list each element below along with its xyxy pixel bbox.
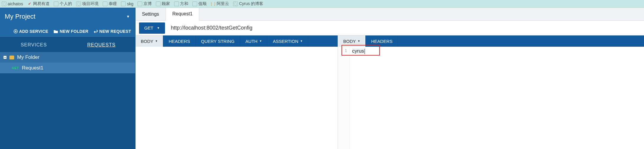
response-pane-tabs: BODY▼HEADERS <box>338 35 644 47</box>
pane-tab[interactable]: HEADERS <box>163 35 196 47</box>
pane-tab[interactable]: AUTH▼ <box>240 35 268 47</box>
bookmark-label: 个人的 <box>60 1 72 7</box>
bookmark-label: 方和 <box>180 1 188 7</box>
bookmark-icon <box>103 1 107 6</box>
chevron-down-icon: ▼ <box>358 40 360 43</box>
pane-tab-label: HEADERS <box>169 39 190 44</box>
bookmark-label: skg <box>127 1 133 6</box>
pane-tab-label: BODY <box>343 39 356 44</box>
bookmark-label: 阿里云 <box>217 1 229 7</box>
code-area: cyrus <box>350 47 644 149</box>
chevron-down-icon: ▼ <box>155 40 158 43</box>
bookmark-icon: ❲❳ <box>211 1 215 6</box>
new-request-button[interactable]: NEW REQUEST <box>94 29 131 34</box>
add-service-button[interactable]: ADD SERVICE <box>14 29 48 34</box>
sidebar-tabs: SERVICES REQUESTS <box>0 37 135 52</box>
pane-tab-label: AUTH <box>246 39 258 44</box>
tab-services[interactable]: SERVICES <box>0 38 68 52</box>
pane-tab[interactable]: QUERY STRING <box>196 35 240 47</box>
tree-folder[interactable]: − My Folder <box>0 52 135 63</box>
bookmark-item[interactable]: 京博 <box>138 1 152 7</box>
main-tab[interactable]: Settings <box>135 8 166 20</box>
line-gutter: 1 <box>338 47 350 149</box>
bookmark-item[interactable]: ❲❳阿里云 <box>211 1 229 7</box>
bookmark-icon: ◌ <box>76 1 81 6</box>
bookmark-icon: ◌ <box>233 1 238 6</box>
line-number: 1 <box>338 48 347 53</box>
url-input[interactable]: http://localhost:8002/testGetConfig <box>171 25 640 31</box>
bookmark-icon <box>174 1 179 6</box>
chevron-down-icon: ▼ <box>259 40 262 43</box>
bookmark-item[interactable]: 值顺 <box>192 1 207 7</box>
pane-tab-label: ASSERTION <box>273 39 298 44</box>
bookmark-item[interactable]: ◌项目环境 <box>76 1 99 7</box>
bookmark-item[interactable]: 顾家 <box>156 1 170 7</box>
project-title: My Project <box>5 13 35 20</box>
response-body-editor[interactable]: 1 cyrus <box>338 47 644 149</box>
bookmark-icon <box>54 1 58 6</box>
response-pane: BODY▼HEADERS 1 cyrus <box>338 35 644 149</box>
chevron-down-icon: ▼ <box>157 26 160 30</box>
main-tab[interactable]: Request1 <box>166 8 200 21</box>
folder-icon <box>53 30 58 33</box>
bookmark-item[interactable]: ◌Cyrus 的博客 <box>233 1 263 7</box>
cursor-icon <box>365 49 365 54</box>
tree-folder-label: My Folder <box>17 54 40 60</box>
bookmark-label: Cyrus 的博客 <box>239 1 263 7</box>
plus-circle-icon <box>14 29 18 33</box>
bookmark-label: 泰瞳 <box>109 1 117 7</box>
bookmark-label: 顾家 <box>162 1 170 7</box>
tree-request-item[interactable]: GET Request1 <box>0 63 135 73</box>
bookmark-item[interactable]: skg <box>121 1 133 6</box>
sidebar-actions: ADD SERVICE NEW FOLDER NEW REQUEST <box>0 25 135 37</box>
bookmark-item[interactable]: 方和 <box>174 1 188 7</box>
pane-tab-label: BODY <box>141 39 153 44</box>
bookmark-label: 项目环境 <box>82 1 99 7</box>
folder-icon <box>9 56 14 59</box>
return-icon <box>94 29 98 33</box>
new-folder-button[interactable]: NEW FOLDER <box>53 29 88 34</box>
bookmark-item[interactable]: 泰瞳 <box>103 1 117 7</box>
new-folder-label: NEW FOLDER <box>60 29 88 34</box>
pane-tab[interactable]: HEADERS <box>366 35 398 47</box>
request-bar: GET ▼ http://localhost:8002/testGetConfi… <box>135 21 644 35</box>
pane-tab[interactable]: ASSERTION▼ <box>267 35 308 47</box>
sidebar: My Project ▼ ADD SERVICE NEW FOLDER NE <box>0 8 135 149</box>
collapse-icon[interactable]: − <box>4 56 6 59</box>
request-body-editor[interactable] <box>135 47 338 149</box>
bookmark-label: 京博 <box>143 1 152 7</box>
bookmark-item[interactable]: ✔网易有道 <box>27 1 50 7</box>
pane-tab-label: HEADERS <box>371 39 393 44</box>
tab-filler <box>308 35 338 47</box>
bookmark-item[interactable]: ◌aichatos <box>2 1 23 6</box>
pane-tab[interactable]: BODY▼ <box>338 35 366 47</box>
chevron-down-icon: ▼ <box>126 14 130 19</box>
main-tabstrip: SettingsRequest1 <box>135 8 644 21</box>
panes: BODY▼HEADERSQUERY STRINGAUTH▼ASSERTION▼ … <box>135 35 644 149</box>
tab-filler <box>398 35 644 47</box>
method-badge: GET <box>12 66 19 70</box>
request-pane: BODY▼HEADERSQUERY STRINGAUTH▼ASSERTION▼ <box>135 35 338 149</box>
bookmark-icon: ◌ <box>2 1 6 6</box>
bookmark-icon: ✔ <box>27 1 32 6</box>
pane-tab[interactable]: BODY▼ <box>135 35 163 47</box>
bookmark-label: aichatos <box>8 1 23 6</box>
tree-request-label: Request1 <box>22 65 43 71</box>
app-root: My Project ▼ ADD SERVICE NEW FOLDER NE <box>0 8 644 149</box>
main-panel: SettingsRequest1 GET ▼ http://localhost:… <box>135 8 644 149</box>
project-selector[interactable]: My Project ▼ <box>0 8 135 25</box>
request-pane-tabs: BODY▼HEADERSQUERY STRINGAUTH▼ASSERTION▼ <box>135 35 338 47</box>
bookmark-icon <box>121 1 126 6</box>
http-method-label: GET <box>144 25 153 30</box>
add-service-label: ADD SERVICE <box>19 29 48 34</box>
new-request-label: NEW REQUEST <box>99 29 131 34</box>
pane-tab-label: QUERY STRING <box>201 39 235 44</box>
bookmark-icon <box>138 1 142 6</box>
http-method-dropdown[interactable]: GET ▼ <box>139 22 165 34</box>
tab-requests[interactable]: REQUESTS <box>68 38 135 52</box>
bookmark-icon <box>192 1 197 6</box>
bookmark-icon <box>156 1 161 6</box>
chevron-down-icon: ▼ <box>300 40 303 43</box>
bookmark-item[interactable]: 个人的 <box>54 1 72 7</box>
response-text: cyrus <box>352 48 366 54</box>
